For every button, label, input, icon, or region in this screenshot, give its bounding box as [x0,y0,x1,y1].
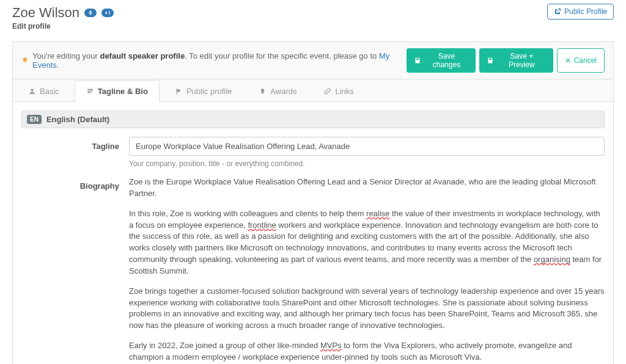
save-icon [487,57,494,64]
tab-tagline-bio[interactable]: Tagline & Bio [75,80,160,102]
tip-suffix: . [57,60,59,70]
tip-middle: . To edit your profile for the specific … [185,51,377,60]
bio-p2a: In this role, Zoe is working with collea… [129,209,366,218]
mic-badge [84,9,97,17]
tip-prefix: You're editing your [32,51,98,60]
language-header[interactable]: EN English (Default) [21,111,605,128]
save-preview-button[interactable]: Save + Preview [479,48,553,73]
tip-bold: default speaker profile [100,51,185,60]
spell-mvps: MVPs [320,341,342,350]
link-icon [323,87,331,95]
megaphone-badge [101,9,114,17]
tagline-label: Tagline [21,137,119,151]
lines-icon [86,87,94,95]
close-icon [565,57,571,64]
tab-body: EN English (Default) Tagline Your compan… [12,102,614,364]
tab-awards-label: Awards [270,87,296,96]
external-link-icon [554,8,561,15]
spell-organising: organising [534,255,570,264]
tagline-help: Your company, position, title - or every… [129,159,605,168]
cancel-label: Cancel [574,56,597,65]
save-button[interactable]: Save changes [407,48,476,73]
tab-awards[interactable]: Awards [247,80,308,102]
tip-bar: You're editing your default speaker prof… [12,42,614,79]
save-preview-label: Save + Preview [498,52,546,69]
tab-links-label: Links [335,87,353,96]
public-profile-label: Public Profile [564,7,607,16]
save-icon [414,57,421,64]
tabs-row: Basic Tagline & Bio Public profile Award… [12,79,614,102]
award-icon [259,87,267,95]
lightbulb-icon [21,56,29,65]
user-icon [28,87,36,95]
tab-basic-label: Basic [40,87,59,96]
edit-profile-subtitle: Edit profile [12,22,114,31]
public-profile-button[interactable]: Public Profile [547,4,614,20]
tab-basic[interactable]: Basic [17,80,71,102]
bio-p4a: Early in 2022, Zoe joined a group of oth… [129,341,320,350]
bio-p3: Zoe brings together a customer-focused s… [129,286,605,332]
tagline-input[interactable] [129,137,605,156]
biography-field[interactable]: Zoe is the Europe Workplace Value Realis… [129,177,605,364]
bio-p1: Zoe is the Europe Workplace Value Realis… [129,177,596,198]
save-label: Save changes [425,52,468,69]
svg-point-0 [261,89,264,92]
megaphone-icon [105,10,111,16]
mic-icon [87,10,94,16]
language-code-chip: EN [27,115,42,124]
language-label: English (Default) [46,115,109,124]
tab-public-profile[interactable]: Public profile [163,80,243,102]
tab-tagline-bio-label: Tagline & Bio [98,87,148,96]
cancel-button[interactable]: Cancel [557,48,605,73]
flag-icon [175,87,183,95]
page-title: Zoe Wilson [12,5,79,21]
tab-links[interactable]: Links [312,80,365,102]
spell-realise: realise [366,209,389,218]
spell-frontline: frontline [248,220,276,230]
biography-label: Biography [21,177,119,191]
tab-public-profile-label: Public profile [186,87,232,96]
